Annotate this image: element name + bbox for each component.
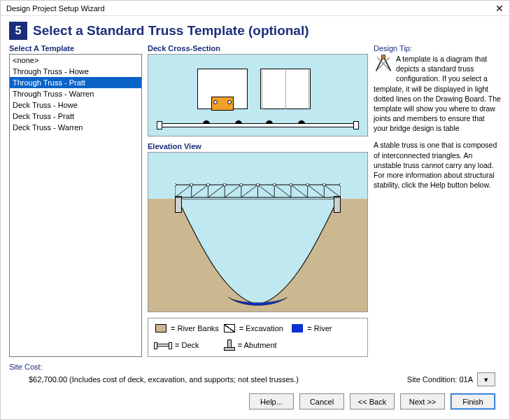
- svg-point-27: [240, 183, 243, 186]
- svg-point-23: [175, 183, 176, 186]
- template-option[interactable]: Deck Truss - Howe: [10, 99, 141, 111]
- button-row: Help... Cancel << Back Next >> Finish: [9, 388, 501, 415]
- svg-line-19: [308, 185, 325, 197]
- preview-column: Deck Cross-Section Elevation View: [148, 44, 368, 357]
- template-list-label: Select A Template: [9, 44, 142, 52]
- tip-text: A template is a diagram that depicts a s…: [374, 54, 501, 197]
- footer-info-row: $62,700.00 (Includes cost of deck, excav…: [9, 371, 501, 388]
- template-option[interactable]: <none>: [10, 55, 141, 66]
- svg-point-32: [323, 183, 325, 186]
- template-column: Select A Template <none>Through Truss - …: [9, 44, 142, 357]
- legend-excavation: = Excavation: [224, 324, 292, 332]
- chevron-down-icon: ▾: [484, 375, 488, 384]
- site-condition: Site Condition: 01A ▾: [407, 372, 495, 386]
- window-title: Design Project Setup Wizard: [6, 4, 105, 13]
- svg-line-21: [274, 185, 291, 197]
- main-columns: Select A Template <none>Through Truss - …: [9, 44, 501, 357]
- template-listbox[interactable]: <none>Through Truss - HoweThrough Truss …: [9, 54, 142, 357]
- svg-line-22: [258, 185, 275, 197]
- close-icon[interactable]: ✕: [495, 4, 504, 13]
- site-cost-text: $62,700.00 (Includes cost of deck, excav…: [15, 375, 400, 384]
- cancel-button[interactable]: Cancel: [299, 393, 344, 410]
- truck-rear-icon: [260, 69, 311, 123]
- svg-line-17: [241, 185, 258, 197]
- svg-point-25: [206, 183, 209, 186]
- next-button[interactable]: Next >>: [400, 393, 445, 410]
- svg-point-26: [223, 183, 226, 186]
- cross-section-label: Deck Cross-Section: [148, 44, 368, 52]
- wizard-window: Design Project Setup Wizard ✕ 5 Select a…: [0, 0, 510, 420]
- svg-line-20: [291, 185, 308, 197]
- template-option[interactable]: Through Truss - Howe: [10, 66, 141, 77]
- drafting-tools-icon: [374, 54, 393, 74]
- finish-button[interactable]: Finish: [451, 393, 495, 410]
- excavation-swatch-icon: [224, 324, 235, 332]
- tip-column: Design Tip: A template is a diagram that…: [374, 44, 501, 357]
- river-swatch-icon: [292, 324, 303, 332]
- svg-point-24: [190, 183, 193, 186]
- elevation-label: Elevation View: [148, 142, 368, 150]
- svg-point-33: [339, 183, 341, 186]
- titlebar: Design Project Setup Wizard ✕: [1, 1, 509, 16]
- abutment-symbol-icon: [224, 340, 234, 351]
- legend-river: = River: [292, 324, 360, 332]
- site-condition-label: Site Condition: 01A: [407, 375, 473, 384]
- svg-line-13: [175, 185, 192, 197]
- step-header: 5 Select a Standard Truss Template (opti…: [9, 22, 501, 40]
- svg-point-30: [290, 183, 292, 186]
- svg-line-16: [225, 185, 241, 197]
- banks-swatch-icon: [155, 324, 167, 332]
- cross-section-panel: [148, 54, 368, 136]
- truck-front-icon: [197, 69, 248, 123]
- svg-point-29: [273, 183, 276, 186]
- legend-deck: = Deck: [155, 340, 224, 351]
- content-area: 5 Select a Standard Truss Template (opti…: [1, 16, 509, 419]
- deck-cross-icon: [157, 123, 359, 127]
- tip-label: Design Tip:: [374, 44, 501, 52]
- template-option[interactable]: Through Truss - Pratt: [10, 77, 141, 88]
- legend-abutment: = Abutment: [224, 340, 292, 351]
- svg-line-18: [324, 185, 341, 197]
- svg-point-31: [306, 183, 309, 186]
- site-condition-dropdown[interactable]: ▾: [477, 372, 495, 386]
- template-option[interactable]: Deck Truss - Pratt: [10, 111, 141, 122]
- elevation-panel: [148, 152, 368, 312]
- deck-symbol-icon: [155, 344, 171, 346]
- site-cost-label: Site Cost:: [9, 363, 501, 371]
- legend: = River Banks = Excavation = River = Dec…: [148, 318, 368, 357]
- svg-line-14: [192, 185, 208, 197]
- legend-banks: = River Banks: [155, 324, 224, 332]
- step-number: 5: [9, 22, 27, 40]
- svg-point-28: [256, 183, 259, 186]
- help-button[interactable]: Help...: [249, 393, 294, 410]
- svg-rect-35: [381, 55, 385, 59]
- step-title: Select a Standard Truss Template (option…: [33, 23, 309, 38]
- template-option[interactable]: Deck Truss - Warren: [10, 122, 141, 133]
- back-button[interactable]: << Back: [350, 393, 395, 410]
- svg-line-15: [208, 185, 225, 197]
- template-option[interactable]: Through Truss - Warren: [10, 88, 141, 99]
- truss-icon: [175, 183, 341, 199]
